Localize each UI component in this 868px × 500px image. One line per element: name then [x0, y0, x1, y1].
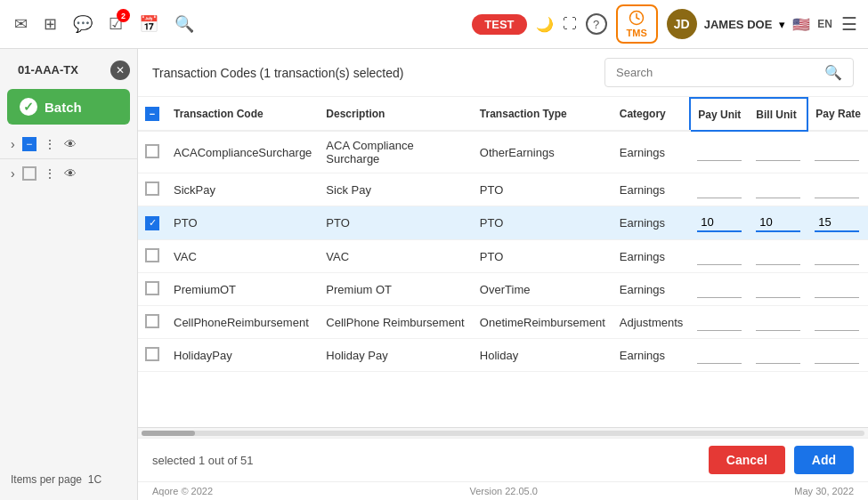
test-badge: TEST — [472, 14, 526, 35]
cell-pay-unit — [690, 173, 749, 206]
mail-icon[interactable]: ✉ — [11, 11, 31, 37]
pay-unit-input[interactable] — [697, 214, 742, 232]
dialog-title-area: Transaction Codes (1 transaction(s) sele… — [152, 66, 403, 80]
tms-button[interactable]: TMS — [616, 4, 658, 44]
help-icon[interactable]: ? — [586, 13, 607, 35]
pay-rate-input[interactable] — [815, 214, 859, 232]
expand-icon[interactable]: ⛶ — [563, 16, 577, 32]
dialog-header: Transaction Codes (1 transaction(s) sele… — [138, 49, 868, 97]
cell-pay-unit — [690, 240, 749, 273]
dialog-title: Transaction Codes — [152, 66, 256, 80]
calendar-icon[interactable]: 📅 — [135, 11, 162, 37]
pay-rate-input[interactable] — [815, 247, 859, 265]
grid-icon[interactable]: ⊞ — [40, 11, 61, 37]
eye-icon[interactable]: 👁 — [64, 137, 77, 151]
bill-unit-input[interactable] — [756, 346, 800, 364]
pay-rate-input[interactable] — [815, 280, 859, 298]
bill-unit-input[interactable] — [756, 313, 800, 331]
pay-unit-input[interactable] — [697, 280, 742, 298]
cell-checkbox — [138, 173, 166, 206]
moon-icon[interactable]: 🌙 — [536, 16, 554, 33]
pay-unit-input[interactable] — [697, 143, 742, 161]
more-options-icon[interactable]: ⋮ — [44, 137, 57, 151]
cell-transaction-code: SickPay — [166, 173, 319, 206]
cell-checkbox — [138, 240, 166, 273]
footer-bar: selected 1 out of 51 Cancel Add — [138, 438, 868, 481]
row-checkbox[interactable] — [145, 281, 159, 295]
cell-pay-rate — [807, 173, 868, 206]
bill-unit-input[interactable] — [756, 247, 800, 265]
cell-bill-unit — [749, 173, 807, 206]
search-input[interactable] — [616, 66, 817, 79]
expand-arrow-icon: › — [11, 137, 15, 151]
row-checkbox[interactable] — [145, 144, 159, 158]
pay-unit-input[interactable] — [697, 346, 742, 364]
chat-icon[interactable]: 💬 — [69, 11, 96, 37]
cell-pay-unit — [690, 339, 749, 372]
table-row: HolidayPay Holiday Pay Holiday Earnings — [138, 339, 868, 372]
bill-unit-input[interactable] — [756, 143, 800, 161]
scrollbar-thumb[interactable] — [142, 431, 195, 436]
cell-category: Earnings — [612, 240, 691, 273]
row-checkbox[interactable] — [145, 347, 159, 361]
bill-unit-input[interactable] — [756, 214, 800, 232]
search-bar[interactable]: 🔍 — [604, 58, 854, 87]
dropdown-arrow-icon: ▾ — [779, 18, 785, 31]
batch-label: Batch — [45, 100, 82, 115]
row-checkbox[interactable] — [145, 248, 159, 262]
navbar: ✉ ⊞ 💬 ☑ 2 📅 🔍 TEST 🌙 ⛶ ? TMS JD JAMES DO… — [0, 0, 868, 49]
horizontal-scrollbar[interactable] — [138, 427, 868, 438]
sidebar: 01-AAA-TX ✕ ✓ Batch › − ⋮ 👁 › ⋮ 👁 Items … — [0, 49, 138, 500]
bill-unit-input[interactable] — [756, 181, 800, 198]
cell-category: Earnings — [612, 206, 691, 240]
user-name: JAMES DOE — [704, 18, 773, 31]
close-workspace-button[interactable]: ✕ — [110, 60, 130, 80]
sidebar-header: 01-AAA-TX ✕ — [0, 56, 137, 84]
cell-transaction-type: Holiday — [473, 339, 612, 372]
cell-category: Earnings — [612, 339, 691, 372]
th-checkbox: − — [138, 98, 166, 131]
cell-transaction-code: CellPhoneReimbursement — [166, 306, 319, 339]
add-button[interactable]: Add — [794, 446, 854, 474]
cell-category: Adjustments — [612, 306, 691, 339]
cell-category: Earnings — [612, 173, 691, 206]
menu-icon[interactable]: ☰ — [841, 13, 857, 35]
sidebar-row-1[interactable]: › − ⋮ 👁 — [0, 130, 137, 159]
sidebar-row-2[interactable]: › ⋮ 👁 — [0, 159, 137, 188]
footer-buttons: Cancel Add — [709, 446, 854, 474]
date-label: May 30, 2022 — [794, 486, 854, 496]
cancel-button[interactable]: Cancel — [709, 446, 785, 474]
row-checkbox[interactable] — [145, 314, 159, 328]
notification-badge: 2 — [117, 9, 130, 22]
th-pay-rate: Pay Rate — [807, 98, 868, 131]
cell-description: Premium OT — [319, 273, 473, 306]
flag-icon: 🇺🇸 — [792, 16, 810, 33]
checklist-icon[interactable]: ☑ 2 — [105, 11, 126, 37]
selection-count: (1 transaction(s) selected) — [260, 66, 404, 80]
pay-unit-input[interactable] — [697, 247, 742, 265]
pay-rate-input[interactable] — [815, 181, 859, 198]
user-info[interactable]: JD JAMES DOE ▾ 🇺🇸 EN — [667, 9, 832, 39]
pay-rate-input[interactable] — [815, 346, 859, 364]
expand-arrow-icon-2: › — [11, 166, 15, 181]
status-bar: Aqore © 2022 Version 22.05.0 May 30, 202… — [138, 481, 868, 500]
search-nav-icon[interactable]: 🔍 — [171, 11, 198, 37]
minus-checkbox[interactable]: − — [22, 137, 37, 151]
bill-unit-input[interactable] — [756, 280, 800, 298]
pay-unit-input[interactable] — [697, 181, 742, 198]
table-row: ACAComplianceSurcharge ACA Compliance Su… — [138, 131, 868, 173]
cell-pay-rate — [807, 339, 868, 372]
tms-label: TMS — [627, 28, 647, 38]
row-checkbox[interactable] — [145, 181, 159, 196]
more-options-icon-2[interactable]: ⋮ — [44, 166, 57, 181]
pay-rate-input[interactable] — [815, 143, 859, 161]
pay-rate-input[interactable] — [815, 313, 859, 331]
eye-icon-2[interactable]: 👁 — [64, 166, 77, 181]
row-checkbox[interactable]: ✓ — [145, 216, 159, 230]
empty-checkbox[interactable] — [22, 166, 37, 181]
cell-transaction-code: HolidayPay — [166, 339, 319, 372]
batch-item[interactable]: ✓ Batch — [7, 89, 130, 125]
search-icon[interactable]: 🔍 — [824, 64, 842, 81]
cell-pay-rate — [807, 273, 868, 306]
pay-unit-input[interactable] — [697, 313, 742, 331]
